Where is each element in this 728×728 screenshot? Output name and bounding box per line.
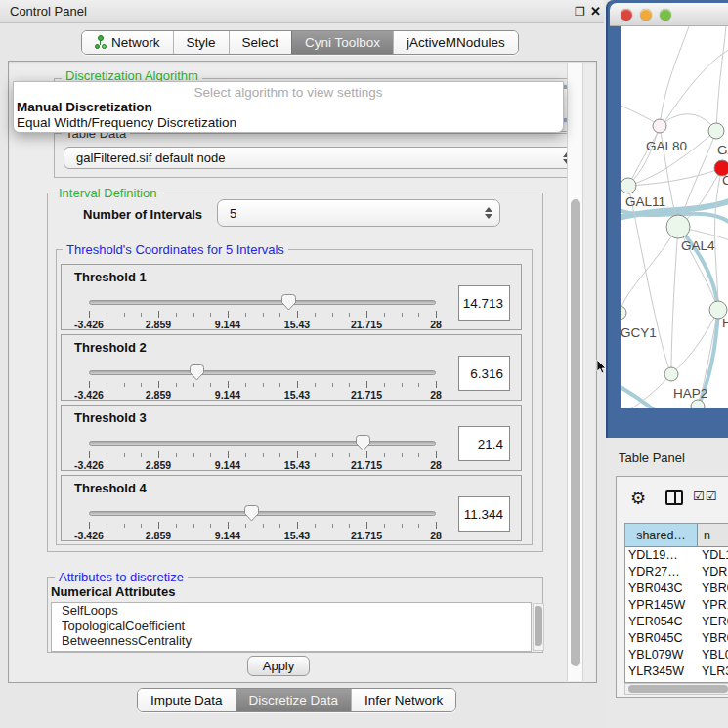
control-panel-titlebar: Control Panel ❐ ✕ bbox=[0, 0, 604, 23]
network-node[interactable] bbox=[621, 306, 626, 320]
threshold-value-field[interactable]: 14.713 bbox=[458, 285, 510, 321]
network-window-titlebar[interactable] bbox=[610, 3, 728, 26]
attributes-scrollbar[interactable] bbox=[533, 603, 544, 651]
network-canvas[interactable]: GAL80GACGAL11GAL4GCY1HAHAP2 bbox=[621, 26, 728, 408]
slider-thumb[interactable] bbox=[281, 294, 296, 311]
table-hscroll-thumb[interactable] bbox=[628, 685, 728, 693]
table-row[interactable]: YDL19…YDL1 bbox=[625, 547, 728, 564]
minimize-traffic-light-icon[interactable] bbox=[640, 9, 652, 21]
network-edge[interactable] bbox=[660, 26, 689, 126]
network-node-label: HA bbox=[722, 316, 728, 330]
bottom-tab-bar: Impute DataDiscretize DataInfer Network bbox=[137, 688, 456, 712]
table-row[interactable]: YER054CYER0 bbox=[625, 614, 728, 630]
table-horizontal-scrollbar[interactable] bbox=[624, 683, 728, 695]
table-row[interactable]: YLR345WYLR3 bbox=[625, 664, 728, 680]
network-node[interactable] bbox=[691, 400, 705, 408]
column-header-name[interactable]: n bbox=[698, 524, 728, 546]
zoom-traffic-light-icon[interactable] bbox=[660, 9, 671, 21]
tab-label: Infer Network bbox=[364, 693, 443, 707]
panel-title: Control Panel bbox=[10, 4, 87, 19]
num-intervals-combo[interactable]: 5 bbox=[217, 199, 500, 227]
stepper-arrows-icon bbox=[484, 207, 492, 219]
table-row[interactable]: YBR045CYBR0 bbox=[625, 630, 728, 647]
tab-network[interactable]: Network bbox=[82, 31, 173, 54]
tick-label: 28 bbox=[430, 530, 442, 541]
threshold-slider-3[interactable]: -3.4262.8599.14415.4321.71528 bbox=[89, 435, 436, 470]
table-row[interactable]: YPR145WYPR1 bbox=[625, 597, 728, 614]
tab-label: Impute Data bbox=[150, 693, 223, 707]
threshold-label: Threshold 2 bbox=[74, 340, 147, 355]
tick-label: 9.144 bbox=[215, 319, 240, 330]
close-icon[interactable]: ✕ bbox=[590, 4, 601, 19]
tab-select[interactable]: Select bbox=[229, 31, 292, 54]
bottom-tab-discretize-data[interactable]: Discretize Data bbox=[236, 689, 352, 711]
threshold-slider-1[interactable]: -3.4262.8599.14415.4321.71528 bbox=[89, 294, 436, 329]
panel-scrollbar-thumb[interactable] bbox=[571, 199, 580, 666]
tick-label: 21.715 bbox=[351, 319, 382, 330]
network-node[interactable] bbox=[666, 215, 690, 238]
num-intervals-value: 5 bbox=[230, 206, 236, 221]
network-graph[interactable]: GAL80GACGAL11GAL4GCY1HAHAP2 bbox=[621, 26, 728, 408]
close-traffic-light-icon[interactable] bbox=[621, 9, 632, 21]
slider-thumb[interactable] bbox=[356, 435, 370, 451]
attribute-item[interactable]: BetweennessCentrality bbox=[52, 633, 531, 649]
threshold-slider-2[interactable]: -3.4262.8599.14415.4321.71528 bbox=[89, 364, 436, 400]
threshold-slider-4[interactable]: -3.4262.8599.14415.4321.71528 bbox=[89, 505, 436, 540]
slider-thumb[interactable] bbox=[244, 505, 259, 522]
tab-label: Cyni Toolbox bbox=[305, 35, 380, 50]
tick-label: 28 bbox=[430, 319, 442, 330]
network-node[interactable] bbox=[621, 178, 636, 193]
network-node[interactable] bbox=[653, 119, 666, 133]
apply-button[interactable]: Apply bbox=[247, 656, 310, 676]
tick-label: 9.144 bbox=[215, 530, 240, 541]
network-node-label: GAL4 bbox=[681, 238, 715, 253]
threshold-box-3: Threshold 3-3.4262.8599.14415.4321.71528… bbox=[61, 405, 522, 471]
tab-label: Discretize Data bbox=[249, 693, 339, 707]
popup-placeholder: Select algorithm to view settings bbox=[14, 85, 563, 100]
table-row[interactable]: YDR27…YDR2 bbox=[625, 564, 728, 580]
columns-layout-icon[interactable] bbox=[665, 490, 683, 505]
table-row[interactable]: YBL079WYBL0 bbox=[625, 647, 728, 664]
gear-icon[interactable]: ⚙ bbox=[630, 488, 646, 509]
network-node-label: GAL11 bbox=[625, 194, 665, 209]
table-data-value: galFiltered.sif default node bbox=[76, 150, 225, 165]
checkbox-icons[interactable]: ☑☑ bbox=[693, 489, 717, 503]
threshold-box-2: Threshold 2-3.4262.8599.14415.4321.71528… bbox=[61, 334, 522, 401]
network-edge[interactable] bbox=[671, 227, 678, 374]
tab-style[interactable]: Style bbox=[173, 31, 229, 54]
float-window-icon[interactable]: ❐ bbox=[575, 5, 585, 19]
threshold-box-4: Threshold 4-3.4262.8599.14415.4321.71528… bbox=[61, 475, 522, 541]
network-edge[interactable] bbox=[716, 26, 726, 131]
slider-thumb[interactable] bbox=[190, 364, 204, 381]
network-edge-thick[interactable] bbox=[621, 386, 664, 408]
interval-definition-title: Interval Definition bbox=[55, 186, 160, 200]
network-edge[interactable] bbox=[621, 227, 678, 313]
table-row[interactable]: YBR043CYBR0 bbox=[625, 580, 728, 597]
bottom-tab-infer-network[interactable]: Infer Network bbox=[351, 689, 455, 711]
popup-option-equal-width[interactable]: Equal Width/Frequency Discretization bbox=[17, 115, 236, 130]
attribute-item[interactable]: TopologicalCoefficient bbox=[52, 619, 531, 634]
column-header-shared[interactable]: shared… bbox=[625, 524, 698, 546]
tab-jactivemnodules[interactable]: jActiveMNodules bbox=[393, 31, 518, 54]
numerical-attributes-list[interactable]: SelfLoopsTopologicalCoefficientBetweenne… bbox=[51, 602, 532, 652]
network-edge[interactable] bbox=[628, 168, 722, 186]
table-data-combo[interactable]: galFiltered.sif default node bbox=[64, 147, 578, 169]
attribute-item[interactable]: SelfLoops bbox=[52, 603, 531, 619]
bottom-tab-impute-data[interactable]: Impute Data bbox=[138, 689, 236, 711]
threshold-value-field[interactable]: 21.4 bbox=[458, 426, 510, 461]
panel-scrollbar[interactable] bbox=[567, 63, 583, 681]
network-node[interactable] bbox=[708, 123, 724, 139]
tab-cyni-toolbox[interactable]: Cyni Toolbox bbox=[291, 31, 393, 54]
tab-label: Network bbox=[111, 35, 160, 50]
popup-option-manual[interactable]: Manual Discretization bbox=[17, 100, 152, 114]
threshold-value-field[interactable]: 11.344 bbox=[458, 496, 510, 532]
network-node[interactable] bbox=[664, 367, 678, 381]
tick-label: 2.859 bbox=[146, 530, 171, 541]
tab-label: jActiveMNodules bbox=[407, 35, 505, 50]
network-view-window[interactable]: GAL80GACGAL11GAL4GCY1HAHAP2 bbox=[606, 0, 728, 438]
algorithm-dropdown-popup: Select algorithm to view settings Manual… bbox=[13, 81, 564, 133]
table-header-row: shared… n bbox=[625, 524, 728, 547]
threshold-value-field[interactable]: 6.316 bbox=[458, 356, 510, 391]
attributes-group-title: Attributes to discretize bbox=[55, 570, 188, 584]
tick-label: -3.426 bbox=[74, 319, 104, 330]
